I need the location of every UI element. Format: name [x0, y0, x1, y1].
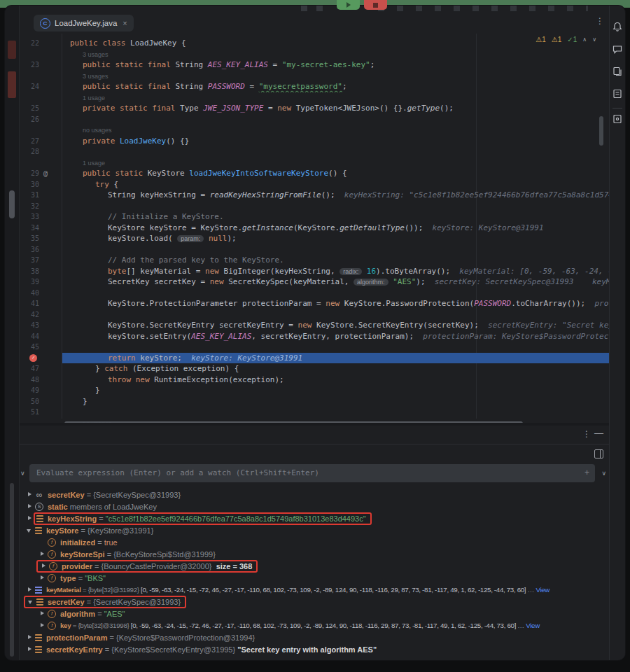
variable-row[interactable]: secretKey = {SecretKeySpec@31993}: [20, 596, 609, 608]
usages-hint[interactable]: 3 usages: [83, 73, 108, 80]
editor-line-50[interactable]: 50}: [20, 396, 609, 407]
debug-scrollbar-thumb[interactable]: [10, 483, 14, 657]
editor-line-45[interactable]: 45: [20, 342, 609, 353]
warning-icon[interactable]: ⚠1: [552, 36, 562, 43]
variable-row[interactable]: Sstatic members of LoadJweKey: [20, 500, 609, 512]
variable-row[interactable]: protectionParam = {KeyStore$PasswordProt…: [20, 631, 609, 643]
warning-icon[interactable]: ⚠1: [536, 36, 546, 43]
editor-line-25[interactable]: 25private static final Type JWE_JSON_TYP…: [20, 103, 609, 114]
editor-line-26[interactable]: 26: [20, 114, 609, 125]
editor-line-24[interactable]: 24public static final String PASSWORD = …: [20, 81, 609, 92]
variable-row[interactable]: fprovider = {BouncyCastleProvider@32000}…: [20, 560, 609, 572]
ai-assistant-icon[interactable]: [612, 43, 623, 55]
usage-annotation-row[interactable]: no usages: [20, 418, 609, 424]
editor-line-47[interactable]: 47} catch (Exception exception) {: [20, 363, 609, 374]
variable-row[interactable]: keyHexString = "c5c1e8f1b82ee5ef924466b7…: [20, 512, 609, 524]
usage-annotation-row[interactable]: 1 usage: [20, 158, 609, 169]
usage-annotation-row[interactable]: 1 usage: [20, 92, 609, 104]
editor-line-35[interactable]: 35keyStore.load( param: null);: [20, 233, 609, 244]
expand-chevron-icon[interactable]: [25, 634, 35, 641]
editor-line-38[interactable]: 38byte[] keyMaterial = new BigInteger(ke…: [20, 266, 609, 277]
variable-row[interactable]: falgorithm = "AES": [20, 608, 609, 620]
editor-line-30[interactable]: 30try {: [20, 179, 609, 190]
next-problem-icon[interactable]: ∨: [592, 36, 596, 43]
expand-chevron-icon[interactable]: [25, 527, 35, 534]
tab-close-icon[interactable]: ×: [122, 19, 127, 27]
variable-row[interactable]: finitialized = true: [20, 536, 609, 548]
usage-annotation-row[interactable]: 3 usages: [20, 71, 609, 82]
usages-hint[interactable]: 1 usage: [83, 94, 105, 102]
code-editor[interactable]: 22public class LoadJweKey {3 usages23pub…: [20, 34, 609, 423]
variable-row[interactable]: keyStore = {KeyStore@31991}: [20, 524, 609, 536]
annotation-gutter-icon[interactable]: @: [43, 168, 48, 179]
editor-line-42[interactable]: 42: [20, 309, 609, 321]
editor-line-49[interactable]: 49}: [20, 385, 609, 396]
editor-line-39[interactable]: 39SecretKey secretKey = new SecretKeySpe…: [20, 276, 609, 288]
usages-hint[interactable]: no usages: [83, 127, 112, 134]
editor-line-33[interactable]: 33// Initialize a KeyStore.: [20, 211, 609, 223]
expand-chevron-icon[interactable]: [25, 646, 35, 653]
expand-chevron-icon[interactable]: [38, 622, 48, 629]
editor-line-36[interactable]: 36: [20, 244, 609, 255]
usages-hint[interactable]: 1 usage: [83, 160, 105, 167]
editor-line-44[interactable]: 44keyStore.setEntry(AES_KEY_ALIAS, secre…: [20, 331, 609, 342]
editor-line-29[interactable]: 29@public static KeyStore loadJweKeyInto…: [20, 168, 609, 179]
history-chevron-icon[interactable]: ∨: [601, 470, 606, 477]
expand-chevron-icon[interactable]: [27, 598, 36, 606]
editor-line-43[interactable]: 43KeyStore.SecretKeyEntry secretKeyEntry…: [20, 320, 609, 331]
usages-hint[interactable]: 3 usages: [83, 51, 108, 58]
expand-chevron-icon[interactable]: [25, 515, 35, 522]
variable-row[interactable]: fkey = {byte[32]@31998} [0, -59, -63, -2…: [20, 620, 609, 631]
layout-settings-icon[interactable]: [594, 449, 603, 458]
usage-annotation-row[interactable]: 3 usages: [20, 49, 609, 60]
document-copy-icon[interactable]: [612, 66, 623, 77]
add-watch-icon[interactable]: +: [584, 468, 589, 477]
prev-problem-icon[interactable]: ∧: [582, 36, 587, 43]
document-edit-icon[interactable]: [612, 88, 623, 99]
editor-line-28[interactable]: 28: [20, 146, 609, 158]
check-icon[interactable]: ✓1: [567, 36, 577, 43]
expand-chevron-icon[interactable]: [25, 587, 35, 594]
line-number: 37: [20, 255, 39, 266]
expand-chevron-icon[interactable]: [25, 503, 35, 510]
stripe-scrollbar-thumb[interactable]: [9, 190, 15, 218]
variable-row[interactable]: fkeyStoreSpi = {BcKeyStoreSpi$Std@31999}: [20, 548, 609, 560]
breakpoint-icon[interactable]: ✓: [29, 354, 37, 362]
notifications-bell-icon[interactable]: [612, 21, 623, 32]
variables-tree[interactable]: ∞secretKey = {SecretKeySpec@31993}Sstati…: [20, 486, 609, 660]
tab-loadjwekey[interactable]: C LoadJweKey.java ×: [34, 15, 134, 31]
expand-chevron-icon[interactable]: [38, 551, 48, 558]
collapse-evaluate-icon[interactable]: ∨: [20, 470, 25, 477]
editor-line-31[interactable]: 31String keyHexString = readKeyHexString…: [20, 190, 609, 201]
variable-row[interactable]: keyMaterial = {byte[32]@31992} [0, -59, …: [20, 584, 609, 596]
expand-chevron-icon[interactable]: [38, 610, 48, 617]
editor-line-41[interactable]: 41KeyStore.ProtectionParameter protectio…: [20, 298, 609, 309]
variable-row[interactable]: ftype = "BKS": [20, 572, 609, 584]
tab-options-icon[interactable]: ⋮: [596, 16, 605, 26]
editor-line-51[interactable]: 51: [20, 407, 609, 418]
expand-chevron-icon[interactable]: [39, 563, 49, 570]
variable-row[interactable]: ∞secretKey = {SecretKeySpec@31993}: [20, 489, 609, 500]
editor-line-48[interactable]: 48throw new RuntimeException(exception);: [20, 374, 609, 386]
usage-annotation-row[interactable]: no usages: [20, 125, 609, 136]
inspections-widget[interactable]: ⚠1 ⚠1 ✓1 ∧ ∨: [533, 36, 599, 43]
editor-line-32[interactable]: 32: [20, 201, 609, 212]
editor-vertical-scrollbar[interactable]: [599, 116, 603, 146]
expand-chevron-icon[interactable]: [25, 491, 35, 498]
editor-line-22[interactable]: 22public class LoadJweKey {: [20, 38, 609, 49]
editor-line-46[interactable]: ✓return keyStore; keyStore: KeyStore@319…: [20, 353, 609, 364]
resume-button[interactable]: [337, 0, 360, 10]
editor-line-23[interactable]: 23public static final String AES_KEY_ALI…: [20, 59, 609, 71]
stop-button[interactable]: [364, 0, 387, 10]
editor-line-34[interactable]: 34KeyStore keyStore = KeyStore.getInstan…: [20, 223, 609, 234]
expand-chevron-icon[interactable]: [38, 575, 48, 582]
debug-options-icon[interactable]: ⋮: [582, 429, 591, 439]
line-number: 31: [20, 190, 39, 201]
evaluate-expression-input[interactable]: Evaluate expression (Enter) or add a wat…: [29, 464, 595, 482]
editor-line-27[interactable]: 27private LoadJweKey() {}: [20, 136, 609, 147]
editor-line-40[interactable]: 40: [20, 288, 609, 299]
variable-row[interactable]: secretKeyEntry = {KeyStore$SecretKeyEntr…: [20, 643, 609, 655]
hide-panel-icon[interactable]: —: [594, 428, 603, 438]
editor-line-37[interactable]: 37// Add the parsed key to the KeyStore.: [20, 255, 609, 266]
document-bookmark-icon[interactable]: [612, 113, 623, 125]
